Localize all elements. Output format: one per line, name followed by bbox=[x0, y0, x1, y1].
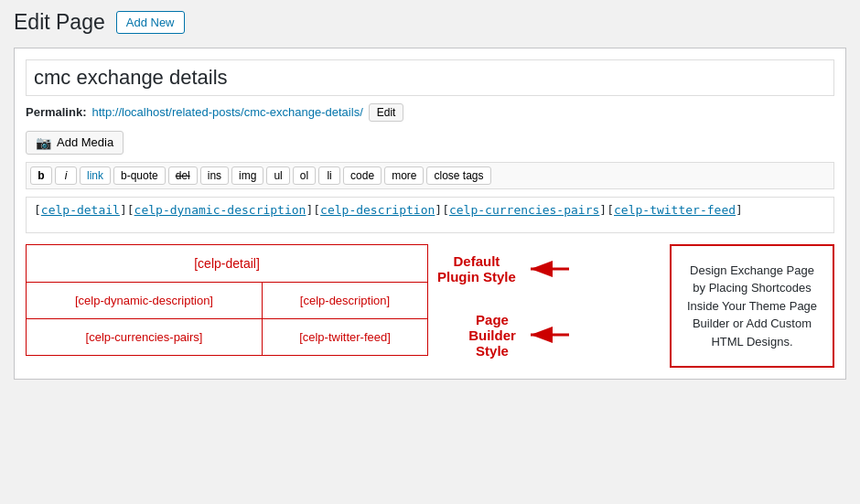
page-title: Edit Page bbox=[14, 9, 105, 37]
arrow-right-icon bbox=[523, 255, 574, 283]
table-cell-twitter-feed: [celp-twitter-feed] bbox=[262, 318, 427, 355]
format-bold-button[interactable]: b bbox=[30, 166, 52, 185]
format-code-button[interactable]: code bbox=[343, 166, 382, 185]
format-li-button[interactable]: li bbox=[318, 166, 340, 185]
format-bquote-button[interactable]: b-quote bbox=[113, 166, 166, 185]
formatting-bar: b i link b-quote del ins img ul ol li co… bbox=[26, 162, 834, 189]
shortcode-celp-description: [celp-description] bbox=[313, 203, 442, 217]
right-info-box: Design Exchange Page by Placing Shortcod… bbox=[670, 244, 834, 368]
shortcode-celp-currencies-pairs: [celp-currencies-pairs] bbox=[442, 203, 607, 217]
table-cell-description: [celp-description] bbox=[262, 282, 427, 318]
page-builder-style-label: Page Builder Style bbox=[468, 312, 516, 359]
table-header-cell: [celp-detail] bbox=[27, 244, 428, 282]
content-area: Permalink: http://localhost/related-post… bbox=[14, 48, 846, 380]
shortcode-table: [celp-detail] [celp-dynamic-description]… bbox=[26, 244, 428, 356]
shortcode-celp-detail: [celp-detail] bbox=[34, 203, 127, 217]
format-close-tags-button[interactable]: close tags bbox=[426, 166, 490, 185]
format-ol-button[interactable]: ol bbox=[293, 166, 316, 185]
toolbar-row: 📷 Add Media bbox=[26, 131, 834, 155]
format-italic-button[interactable]: i bbox=[55, 166, 77, 185]
permalink-edit-button[interactable]: Edit bbox=[369, 103, 404, 122]
permalink-row: Permalink: http://localhost/related-post… bbox=[26, 103, 834, 122]
table-cell-dynamic-description: [celp-dynamic-description] bbox=[27, 282, 263, 318]
permalink-label: Permalink: bbox=[26, 105, 86, 119]
default-plugin-style-label-row: Default Plugin Style bbox=[437, 253, 574, 284]
page-builder-style-label-row: Page Builder Style bbox=[468, 312, 574, 359]
shortcode-celp-twitter-feed: [celp-twitter-feed] bbox=[607, 203, 743, 217]
arrow-left-icon bbox=[523, 321, 574, 349]
format-del-button[interactable]: del bbox=[168, 166, 198, 185]
format-ins-button[interactable]: ins bbox=[200, 166, 229, 185]
post-title-input[interactable] bbox=[26, 59, 834, 96]
format-more-button[interactable]: more bbox=[384, 166, 424, 185]
add-new-button[interactable]: Add New bbox=[116, 11, 185, 34]
editor-content[interactable]: [celp-detail][celp-dynamic-description][… bbox=[26, 197, 834, 233]
labels-arrows-block: Default Plugin Style bbox=[437, 244, 574, 368]
format-img-button[interactable]: img bbox=[231, 166, 263, 185]
permalink-link[interactable]: http://localhost/related-posts/cmc-excha… bbox=[91, 105, 362, 119]
default-plugin-style-label: Default Plugin Style bbox=[437, 253, 516, 284]
page-header: Edit Page Add New bbox=[14, 9, 846, 37]
add-media-label: Add Media bbox=[57, 135, 113, 149]
bottom-section: [celp-detail] [celp-dynamic-description]… bbox=[26, 244, 834, 368]
add-media-icon: 📷 bbox=[36, 135, 51, 150]
table-cell-currencies-pairs: [celp-currencies-pairs] bbox=[27, 318, 263, 355]
right-box-text: Design Exchange Page by Placing Shortcod… bbox=[683, 262, 822, 351]
format-link-button[interactable]: link bbox=[80, 166, 111, 185]
format-ul-button[interactable]: ul bbox=[266, 166, 289, 185]
shortcode-celp-dynamic-description: [celp-dynamic-description] bbox=[127, 203, 314, 217]
add-media-button[interactable]: 📷 Add Media bbox=[26, 131, 124, 155]
